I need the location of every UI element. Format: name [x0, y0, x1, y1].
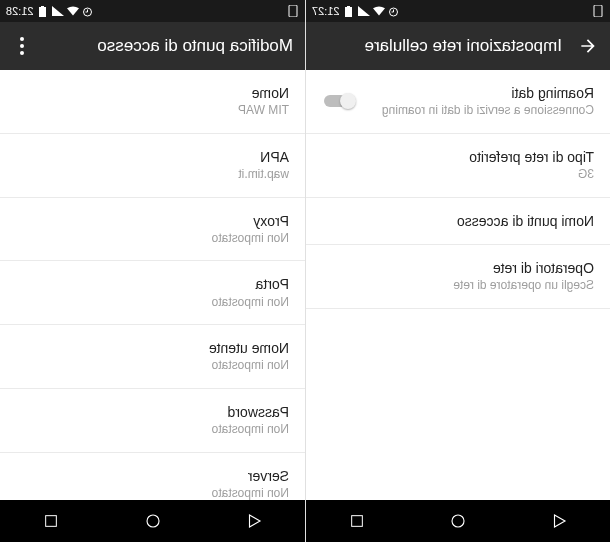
- statusbar-time: 21:27: [312, 5, 340, 17]
- row-sub: wap.tim.it: [16, 167, 289, 183]
- row-apn[interactable]: Nomi punti di accesso: [306, 198, 610, 245]
- row-title: Operatori di rete: [322, 259, 594, 277]
- nav-recent-button[interactable]: [327, 500, 387, 542]
- row-roaming[interactable]: Roaming dati Connessione a servizi di da…: [306, 70, 610, 134]
- row-username[interactable]: Nome utente Non impostato: [0, 325, 305, 389]
- alarm-icon: [82, 5, 94, 17]
- row-sub: Non impostato: [16, 231, 289, 247]
- statusbar: 21:27: [306, 0, 610, 22]
- screen-network-settings: 21:27 Impostazioni rete cellulare Roamin…: [305, 0, 610, 542]
- row-sub: 3G: [322, 167, 594, 183]
- svg-rect-0: [594, 5, 602, 17]
- svg-rect-7: [351, 516, 362, 527]
- svg-rect-5: [347, 6, 350, 7]
- svg-rect-8: [289, 5, 297, 17]
- svg-rect-12: [39, 7, 46, 17]
- appbar: Modifica punto di accesso: [0, 22, 305, 70]
- wifi-icon: [373, 5, 385, 17]
- row-sub: Non impostato: [16, 486, 289, 500]
- row-port[interactable]: Porta Non impostato: [0, 261, 305, 325]
- row-sub: Scegli un operatore di rete: [322, 278, 594, 294]
- row-title: Server: [16, 467, 289, 485]
- row-sub: Non impostato: [16, 422, 289, 438]
- row-sub: Connessione a servizi di dati in roaming: [368, 103, 594, 119]
- battery-icon: [37, 5, 49, 17]
- row-title: Proxy: [16, 212, 289, 230]
- row-title: Roaming dati: [368, 84, 594, 102]
- back-icon[interactable]: [578, 36, 598, 56]
- row-title: Nome: [16, 84, 289, 102]
- page-title: Modifica punto di accesso: [48, 36, 293, 56]
- row-server[interactable]: Server Non impostato: [0, 453, 305, 500]
- overflow-menu-icon[interactable]: [12, 36, 32, 56]
- portrait-icon: [592, 5, 604, 17]
- portrait-icon: [287, 5, 299, 17]
- row-title: Porta: [16, 275, 289, 293]
- navbar: [306, 500, 610, 542]
- row-title: Nomi punti di accesso: [322, 212, 594, 230]
- row-title: APN: [16, 148, 289, 166]
- svg-point-14: [147, 515, 159, 527]
- svg-rect-15: [46, 516, 57, 527]
- nav-back-button[interactable]: [529, 500, 589, 542]
- screen-apn-edit: 21:28 Modifica punto di accesso Nome TIM…: [0, 0, 305, 542]
- nav-home-button[interactable]: [428, 500, 488, 542]
- nav-recent-button[interactable]: [21, 500, 81, 542]
- navbar: [0, 500, 305, 542]
- settings-list: Roaming dati Connessione a servizi di da…: [306, 70, 610, 500]
- row-operators[interactable]: Operatori di rete Scegli un operatore di…: [306, 245, 610, 309]
- row-title: Password: [16, 403, 289, 421]
- statusbar: 21:28: [0, 0, 305, 22]
- appbar: Impostazioni rete cellulare: [306, 22, 610, 70]
- signal-icon: [52, 5, 64, 17]
- row-title: Tipo di rete preferito: [322, 148, 594, 166]
- page-title: Impostazioni rete cellulare: [318, 36, 562, 56]
- roaming-toggle[interactable]: [322, 92, 356, 110]
- row-title: Nome utente: [16, 339, 289, 357]
- battery-icon: [343, 5, 355, 17]
- row-apn-value[interactable]: APN wap.tim.it: [0, 134, 305, 198]
- nav-back-button[interactable]: [224, 500, 284, 542]
- nav-home-button[interactable]: [123, 500, 183, 542]
- signal-icon: [358, 5, 370, 17]
- row-sub: Non impostato: [16, 295, 289, 311]
- row-network-type[interactable]: Tipo di rete preferito 3G: [306, 134, 610, 198]
- alarm-icon: [388, 5, 400, 17]
- wifi-icon: [67, 5, 79, 17]
- svg-rect-13: [41, 6, 44, 7]
- svg-point-6: [452, 515, 464, 527]
- svg-rect-4: [345, 7, 352, 17]
- row-proxy[interactable]: Proxy Non impostato: [0, 198, 305, 262]
- row-password[interactable]: Password Non impostato: [0, 389, 305, 453]
- statusbar-time: 21:28: [6, 5, 34, 17]
- row-sub: TIM WAP: [16, 103, 289, 119]
- row-sub: Non impostato: [16, 358, 289, 374]
- row-name[interactable]: Nome TIM WAP: [0, 70, 305, 134]
- apn-fields-list: Nome TIM WAP APN wap.tim.it Proxy Non im…: [0, 70, 305, 500]
